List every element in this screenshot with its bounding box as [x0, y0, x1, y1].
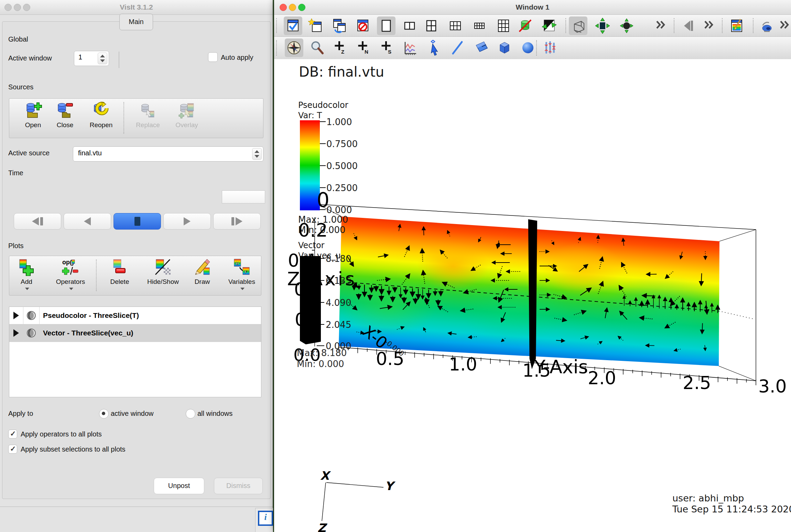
invert-colors-icon — [541, 18, 557, 34]
hide-show-plot-button[interactable]: Hide/Show — [144, 258, 182, 286]
visibility-toggle[interactable] — [23, 324, 40, 342]
stop-button[interactable] — [113, 213, 161, 230]
toolbar-handle[interactable] — [276, 40, 280, 56]
clone-window-button[interactable] — [330, 16, 349, 35]
line-tool-button[interactable] — [448, 38, 467, 57]
visibility-toggle[interactable] — [23, 307, 40, 324]
window-delete-icon — [355, 18, 371, 34]
right-titlebar[interactable]: Window 1 — [274, 0, 791, 15]
clear-source-button[interactable] — [516, 16, 534, 35]
apply-operators-checkbox[interactable] — [8, 430, 17, 439]
apply-all-windows-radio[interactable] — [186, 409, 195, 419]
auto-apply-checkbox[interactable] — [208, 52, 218, 62]
play-reverse-button[interactable] — [64, 213, 111, 230]
lineout-button[interactable] — [401, 38, 419, 57]
operators-button[interactable]: op() Operators — [53, 258, 88, 292]
dismiss-button: Dismiss — [214, 478, 263, 494]
undo-view-button[interactable] — [679, 16, 698, 35]
time-field[interactable] — [222, 190, 265, 203]
sphere-tool-button[interactable] — [519, 38, 537, 57]
vector-tick: 8.180 — [326, 254, 351, 264]
apply-active-window-radio[interactable] — [99, 409, 109, 419]
layout-2x4-button[interactable] — [470, 16, 489, 35]
layout-3x3-button[interactable] — [494, 16, 513, 35]
toolbar-handle[interactable] — [276, 18, 280, 33]
reset-view-icon — [619, 18, 635, 34]
invert-colors-button[interactable] — [540, 16, 559, 35]
layout-2x3-button[interactable] — [446, 16, 465, 35]
plane-tool-icon — [474, 40, 489, 56]
plane-tool-button[interactable] — [472, 38, 491, 57]
plot-row-vector[interactable]: Vector - ThreeSlice(vec_u) — [9, 324, 261, 342]
spreadsheet-pick-button[interactable]: S — [377, 38, 396, 57]
draw-plots-button[interactable]: Draw — [187, 258, 217, 286]
active-source-combobox[interactable]: final.vtu — [73, 146, 263, 162]
zoom-z-button[interactable]: Z — [331, 38, 349, 57]
toolbar-separator — [96, 259, 98, 291]
y-tick-3_0: 3.0 — [758, 376, 787, 397]
active-window-button[interactable] — [284, 16, 302, 35]
step-forward-icon — [236, 217, 242, 225]
layout-2x2-button[interactable] — [422, 16, 441, 35]
previous-frame-button[interactable] — [14, 213, 61, 230]
active-window-stepper[interactable] — [98, 53, 107, 64]
lineout-icon — [402, 40, 418, 56]
delete-window-button[interactable] — [354, 16, 372, 35]
window-appearance-button[interactable] — [727, 16, 746, 35]
plot-row-pseudocolor[interactable]: Pseudocolor - ThreeSlice(T) — [9, 307, 261, 324]
next-frame-button[interactable] — [213, 213, 261, 230]
add-plot-icon — [18, 258, 35, 276]
expand-arrow-icon[interactable] — [9, 307, 23, 324]
info-icon[interactable]: i — [258, 511, 273, 526]
active-window-label: Active window — [8, 54, 52, 62]
close-source-button[interactable]: Close — [50, 101, 80, 129]
axis-restriction-button[interactable] — [541, 38, 560, 57]
box-tool-button[interactable] — [495, 38, 514, 57]
zoom-icon — [309, 40, 325, 56]
active-source-value: final.vtu — [78, 149, 102, 157]
active-window-spinner[interactable]: 1 — [74, 51, 109, 66]
delete-plot-button[interactable]: Delete — [105, 258, 134, 286]
variables-button[interactable]: u v Variables — [225, 258, 259, 292]
more-window-tools-button[interactable] — [776, 16, 791, 33]
layout-1x1-button[interactable] — [377, 16, 396, 35]
pick-button[interactable] — [424, 38, 442, 57]
layout-2x3-icon — [447, 18, 463, 34]
add-plot-button[interactable]: Add — [12, 258, 41, 292]
replace-database-icon — [139, 101, 157, 119]
toolbar-separator — [722, 18, 725, 33]
tab-main[interactable]: Main — [119, 14, 153, 30]
svg-text:S: S — [388, 49, 391, 55]
3d-viewport[interactable]: DB: final.vtu Pseudocolor Var: T 1.000 0… — [274, 59, 791, 532]
unpost-button[interactable]: Unpost — [154, 478, 204, 494]
spin-view-button[interactable] — [757, 16, 776, 35]
active-source-stepper[interactable] — [252, 148, 262, 160]
perspective-button[interactable] — [569, 16, 587, 35]
new-window-button[interactable] — [307, 16, 325, 35]
apply-subset-checkbox[interactable] — [8, 445, 17, 454]
play-icon — [184, 217, 191, 225]
more-tools-button[interactable] — [652, 16, 669, 33]
recenter-view-button[interactable] — [593, 16, 612, 35]
open-source-button[interactable]: Open — [18, 101, 48, 129]
reopen-source-button[interactable]: Reopen — [86, 101, 116, 129]
eye-toggle-icon — [26, 310, 37, 321]
play-forward-button[interactable] — [163, 213, 211, 230]
zoom-mode-button[interactable] — [308, 38, 326, 57]
expand-arrow-icon[interactable] — [9, 324, 23, 342]
more-view-tools-button[interactable] — [701, 16, 717, 33]
pseudocolor-legend-title: Pseudocolor — [298, 100, 348, 110]
window-active-icon — [285, 18, 301, 34]
draw-icon — [193, 258, 211, 276]
navigate-mode-button[interactable] — [285, 38, 303, 57]
node-pick-button[interactable]: N — [354, 38, 372, 57]
close-database-icon — [56, 101, 74, 119]
time-section-label: Time — [8, 169, 23, 177]
left-titlebar[interactable]: VisIt 3.1.2 — [0, 0, 273, 15]
reopen-database-icon — [92, 101, 110, 119]
reset-view-button[interactable] — [617, 16, 636, 35]
more-tools-chevron — [703, 19, 715, 31]
layout-1x2-button[interactable] — [400, 16, 419, 35]
layout-3x3-icon — [496, 18, 511, 34]
sources-toolbar: Open Close Reopen — [9, 98, 263, 138]
